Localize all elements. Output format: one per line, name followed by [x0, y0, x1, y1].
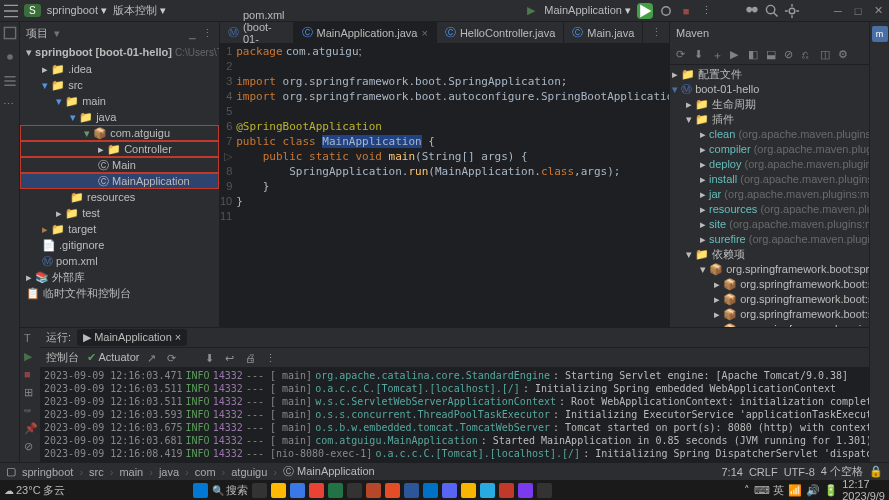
app-icon[interactable] [328, 483, 343, 498]
app-icon[interactable] [385, 483, 400, 498]
search-icon[interactable] [765, 4, 779, 18]
app-icon[interactable] [366, 483, 381, 498]
tree-java[interactable]: ▾ 📁 java [20, 109, 219, 125]
mvn-profiles[interactable]: ▸ 📁 配置文件 [672, 67, 867, 82]
tree-idea[interactable]: ▸ 📁 .idea [20, 61, 219, 77]
app-icon[interactable] [423, 483, 438, 498]
explorer-icon[interactable] [271, 483, 286, 498]
tray-ime-icon[interactable]: ⌨ 英 [754, 483, 784, 498]
tree-target[interactable]: ▸ 📁 target [20, 221, 219, 237]
rerun-ctrl-icon[interactable]: ⟳ [167, 352, 179, 364]
tab-mainapp[interactable]: ⒸMainApplication.java× [294, 22, 437, 43]
tree-external[interactable]: ▸ 📚 外部库 [20, 269, 219, 285]
breadcrumb[interactable]: springboot [22, 466, 73, 478]
tree-resources[interactable]: 📁 resources [20, 189, 219, 205]
download-icon[interactable]: ⬓ [766, 48, 778, 60]
app-icon[interactable] [537, 483, 552, 498]
print-icon[interactable]: 🖨 [245, 352, 257, 364]
breadcrumb[interactable]: com [195, 466, 216, 478]
collapse-icon[interactable]: ⎯ [189, 27, 196, 39]
more-tool-icon[interactable]: ⋯ [3, 98, 17, 112]
status-icon[interactable]: ▢ [6, 465, 16, 478]
close-icon[interactable]: ✕ [871, 4, 885, 18]
tab-hello[interactable]: ⒸHelloController.java [437, 22, 564, 43]
stop-button[interactable]: ■ [679, 4, 693, 18]
add-icon[interactable]: ＋ [712, 48, 724, 60]
tree-main[interactable]: ▾ 📁 main [20, 93, 219, 109]
hide-icon[interactable]: ⋮ [202, 27, 213, 40]
tray-wifi-icon[interactable]: 📶 [788, 484, 802, 497]
breadcrumb[interactable]: Ⓒ MainApplication [283, 464, 375, 479]
app-menu-icon[interactable] [4, 4, 18, 18]
reload-icon[interactable]: ⟳ [676, 48, 688, 60]
mvn-goal[interactable]: ▸ clean (org.apache.maven.plugins:maven-… [672, 127, 867, 142]
tree-src[interactable]: ▾ 📁 src [20, 77, 219, 93]
layout-icon[interactable]: ⊞ [24, 386, 36, 398]
wrap-icon[interactable]: ↩ [225, 352, 237, 364]
app-icon[interactable] [404, 483, 419, 498]
app-icon[interactable] [442, 483, 457, 498]
taskview-icon[interactable] [252, 483, 267, 498]
collab-icon[interactable] [745, 4, 759, 18]
debug-button[interactable] [659, 4, 673, 18]
indent[interactable]: 4 个空格 [821, 464, 863, 479]
run-config-tab[interactable]: ▶ MainApplication × [77, 329, 187, 346]
breadcrumb[interactable]: java [159, 466, 179, 478]
skip-icon[interactable]: ⊘ [784, 48, 796, 60]
vcs-dropdown[interactable]: 版本控制 ▾ [113, 3, 166, 18]
project-tool-icon[interactable] [3, 26, 17, 40]
mvn-dep[interactable]: ▸ 📦 org.springframework.boot:spring-boot… [672, 307, 867, 322]
problems-icon[interactable]: ⊘ [24, 440, 36, 452]
app-icon[interactable] [461, 483, 476, 498]
rerun-icon[interactable]: ▶ [24, 350, 36, 362]
app-icon[interactable] [347, 483, 362, 498]
open-icon[interactable]: ↗ [147, 352, 159, 364]
mvn-dep[interactable]: ▸ 📦 org.springframework.boot:spring-boot… [672, 292, 867, 307]
tab-overflow-icon[interactable]: ⋮ [643, 22, 670, 43]
filter-icon[interactable]: ⎃ [24, 404, 36, 416]
tree-gitignore[interactable]: 📄 .gitignore [20, 237, 219, 253]
mvn-goal[interactable]: ▸ deploy (org.apache.maven.plugins:maven… [672, 157, 867, 172]
tree-test[interactable]: ▸ 📁 test [20, 205, 219, 221]
encoding[interactable]: UTF-8 [784, 466, 815, 478]
readonly-icon[interactable]: 🔒 [869, 465, 883, 478]
project-dropdown[interactable]: springboot ▾ [47, 4, 107, 17]
scroll-icon[interactable]: ⬇ [205, 352, 217, 364]
mvn-plugins[interactable]: ▾ 📁 插件 [672, 112, 867, 127]
weather-widget[interactable]: ☁ 23°C 多云 [4, 483, 65, 498]
mvn-lifecycle[interactable]: ▸ 📁 生命周期 [672, 97, 867, 112]
tree-controller[interactable]: ▸ 📁 Controller [20, 141, 219, 157]
app-icon[interactable] [480, 483, 495, 498]
search-box[interactable]: 🔍 搜索 [212, 483, 249, 498]
mvn-dep[interactable]: ▸ 📦 org.springframework.boot:spring-boot… [672, 277, 867, 292]
line-separator[interactable]: CRLF [749, 466, 778, 478]
console[interactable]: 2023-09-09 12:16:03.471 INFO 14332 --- [… [40, 367, 869, 462]
caret-position[interactable]: 7:14 [721, 466, 742, 478]
app-icon[interactable] [518, 483, 533, 498]
tray-battery-icon[interactable]: 🔋 [824, 484, 838, 497]
minimize-icon[interactable]: ─ [831, 4, 845, 18]
tree-scratch[interactable]: 📋 临时文件和控制台 [20, 285, 219, 301]
mvn-goal[interactable]: ▸ compiler (org.apache.maven.plugins:mav… [672, 142, 867, 157]
tree-mainapp[interactable]: Ⓒ MainApplication [20, 173, 219, 189]
tree-pkg[interactable]: ▾ 📦 com.atguigu [20, 125, 219, 141]
mvn-goal[interactable]: ▸ site (org.apache.maven.plugins:maven-s… [672, 217, 867, 232]
more-ctrl-icon[interactable]: ⋮ [265, 352, 277, 364]
generate-icon[interactable]: ⬇ [694, 48, 706, 60]
text-tool-icon[interactable]: T [24, 332, 36, 344]
run-config-dropdown[interactable]: MainApplication ▾ [544, 4, 631, 17]
mvn-root[interactable]: ▾ Ⓜ boot-01-hello [672, 82, 867, 97]
commit-tool-icon[interactable] [3, 50, 17, 64]
maven-tool-icon[interactable]: m [872, 26, 888, 42]
settings-icon[interactable] [785, 4, 799, 18]
tab-pom[interactable]: Ⓜpom.xml (boot-01-hello) [220, 22, 294, 43]
mvn-deps[interactable]: ▾ 📁 依赖项 [672, 247, 867, 262]
collapse-icon[interactable]: ⎌ [802, 48, 814, 60]
breadcrumb[interactable]: src [89, 466, 104, 478]
tree-pom[interactable]: Ⓜ pom.xml [20, 253, 219, 269]
tree-root[interactable]: ▾ springboot [boot-01-hello] C:\Users\Ti… [20, 44, 219, 61]
breadcrumb[interactable]: main [119, 466, 143, 478]
structure-tool-icon[interactable] [3, 74, 17, 88]
tray-volume-icon[interactable]: 🔊 [806, 484, 820, 497]
clock[interactable]: 12:172023/9/9 [842, 478, 885, 500]
